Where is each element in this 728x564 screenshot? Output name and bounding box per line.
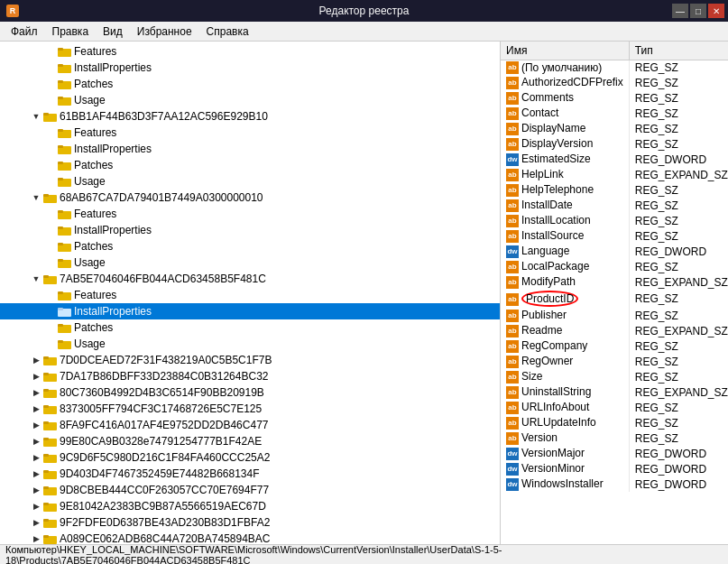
expand-icon[interactable]: ▶ — [29, 433, 43, 449]
tree-item[interactable]: ▶ 9D8CBEB444CC0F263057CC70E7694F77 — [0, 482, 500, 498]
table-row[interactable]: abSizeREG_SZ — [501, 369, 728, 384]
tree-item[interactable]: ▶ 9D403D4F7467352459E74482B668134F — [0, 466, 500, 482]
menu-edit[interactable]: Правка — [45, 23, 97, 40]
tree-item[interactable]: Patches — [0, 76, 500, 92]
tree-item[interactable]: Patches — [0, 319, 500, 336]
tree-item[interactable]: ▶ 9E81042A2383BC9B87A5566519AEC67D — [0, 498, 500, 514]
expand-icon[interactable]: ▶ — [29, 401, 43, 417]
expand-icon[interactable] — [43, 303, 58, 319]
tree-item[interactable]: Usage — [0, 336, 500, 352]
tree-item[interactable]: InstallProperties — [0, 141, 500, 157]
table-row[interactable]: abHelpLinkREG_EXPAND_SZ — [501, 167, 728, 182]
table-row[interactable]: dwVersionMinorREG_DWORD — [501, 461, 728, 476]
expand-icon[interactable] — [43, 319, 58, 336]
table-row[interactable]: dwVersionMajorREG_DWORD — [501, 446, 728, 461]
table-row[interactable]: dwLanguageREG_DWORD — [501, 244, 728, 259]
expand-icon[interactable]: ▼ — [29, 108, 43, 125]
menu-view[interactable]: Вид — [96, 23, 130, 40]
table-row[interactable]: abModifyPathREG_EXPAND_SZ — [501, 274, 728, 290]
table-row[interactable]: abDisplayVersionREG_SZ — [501, 136, 728, 152]
table-row[interactable]: abVersionREG_SZ — [501, 430, 728, 446]
tree-item[interactable]: ▼ 61BB1AF44B63D3F7AA12AC596E929B10 — [0, 108, 500, 125]
expand-icon[interactable]: ▼ — [29, 271, 43, 287]
expand-icon[interactable]: ▶ — [29, 352, 43, 368]
table-row[interactable]: abInstallSourceREG_SZ — [501, 228, 728, 244]
table-row[interactable]: dwEstimatedSizeREG_DWORD — [501, 152, 728, 167]
tree-item[interactable]: InstallProperties — [0, 303, 500, 319]
tree-item[interactable]: InstallProperties — [0, 222, 500, 238]
expand-icon[interactable]: ▶ — [29, 531, 43, 544]
tree-item[interactable]: ▶ 8FA9FC416A017AF4E9752DD2DB46C477 — [0, 417, 500, 433]
expand-icon[interactable] — [43, 206, 58, 222]
table-row[interactable]: abHelpTelephoneREG_SZ — [501, 182, 728, 198]
tree-item[interactable]: ▶ 7DA17B86DBFF33D23884C0B31264BC32 — [0, 368, 500, 384]
tree-item[interactable]: ▶ 9F2FDFE0D6387BE43AD230B83D1FBFA2 — [0, 514, 500, 531]
expand-icon[interactable] — [43, 287, 58, 303]
expand-icon[interactable]: ▶ — [29, 368, 43, 384]
expand-icon[interactable] — [43, 76, 58, 92]
tree-item[interactable]: InstallProperties — [0, 60, 500, 76]
table-row[interactable]: dwWindowsInstallerREG_DWORD — [501, 476, 728, 492]
table-row[interactable]: abURLInfoAboutREG_SZ — [501, 400, 728, 415]
tree-item[interactable]: ▶ 8373005FF794CF3C17468726E5C7E125 — [0, 401, 500, 417]
tree-item[interactable]: ▶ 80C7360B4992D4B3C6514F90BB20919B — [0, 384, 500, 401]
tree-item[interactable]: ▶ 9C9D6F5C980D216C1F84FA460CCC25A2 — [0, 449, 500, 466]
table-row[interactable]: abURLUpdateInfoREG_SZ — [501, 415, 728, 430]
tree-item[interactable]: Features — [0, 125, 500, 141]
expand-icon[interactable] — [43, 141, 58, 157]
expand-icon[interactable] — [43, 125, 58, 141]
expand-icon[interactable]: ▶ — [29, 466, 43, 482]
tree-item[interactable]: ▶ A089CE062ADB68C44A720BA745894BAC — [0, 531, 500, 544]
expand-icon[interactable] — [43, 92, 58, 108]
registry-tree-panel[interactable]: Features InstallProperties Patches Usage… — [0, 42, 501, 544]
table-row[interactable]: abUninstallStringREG_EXPAND_SZ — [501, 384, 728, 400]
table-row[interactable]: abLocalPackageREG_SZ — [501, 259, 728, 274]
expand-icon[interactable]: ▶ — [29, 498, 43, 514]
expand-icon[interactable] — [43, 238, 58, 254]
menu-favorites[interactable]: Избранное — [130, 23, 199, 40]
table-row[interactable]: abRegOwnerREG_SZ — [501, 354, 728, 369]
tree-item[interactable]: Usage — [0, 173, 500, 190]
expand-icon[interactable]: ▶ — [29, 449, 43, 466]
tree-item[interactable]: Features — [0, 287, 500, 303]
expand-icon[interactable] — [43, 43, 58, 60]
table-row[interactable]: abProductIDREG_SZ — [501, 290, 728, 308]
tree-item[interactable]: Usage — [0, 254, 500, 271]
expand-icon[interactable] — [43, 173, 58, 190]
expand-icon[interactable]: ▼ — [29, 190, 43, 206]
maximize-button[interactable]: □ — [690, 4, 706, 18]
expand-icon[interactable] — [43, 336, 58, 352]
table-row[interactable]: ab(По умолчанию)REG_SZ — [501, 60, 728, 75]
table-row[interactable]: abContactREG_SZ — [501, 106, 728, 121]
table-row[interactable]: abInstallDateREG_SZ — [501, 198, 728, 213]
menu-file[interactable]: Файл — [4, 23, 45, 40]
expand-icon[interactable] — [43, 254, 58, 271]
tree-item[interactable]: ▶ 7D0DCEAED72F31F438219A0C5B5C1F7B — [0, 352, 500, 368]
tree-item[interactable]: Features — [0, 43, 500, 60]
table-row[interactable]: abDisplayNameREG_SZ — [501, 121, 728, 136]
table-row[interactable]: abReadmeREG_EXPAND_SZ — [501, 323, 728, 338]
expand-icon[interactable] — [43, 60, 58, 76]
tree-item[interactable]: Patches — [0, 157, 500, 173]
expand-icon[interactable] — [43, 157, 58, 173]
minimize-button[interactable]: — — [672, 4, 688, 18]
expand-icon[interactable]: ▶ — [29, 417, 43, 433]
expand-icon[interactable]: ▶ — [29, 384, 43, 401]
table-row[interactable]: abPublisherREG_SZ — [501, 308, 728, 323]
expand-icon[interactable]: ▶ — [29, 482, 43, 498]
tree-item[interactable]: Features — [0, 206, 500, 222]
expand-icon[interactable] — [43, 222, 58, 238]
table-row[interactable]: abInstallLocationREG_SZ — [501, 213, 728, 228]
menu-help[interactable]: Справка — [199, 23, 256, 40]
table-row[interactable]: abCommentsREG_SZ — [501, 90, 728, 106]
expand-icon[interactable]: ▶ — [29, 514, 43, 531]
tree-item[interactable]: Patches — [0, 238, 500, 254]
tree-item[interactable]: ▼ 7AB5E7046046FB044ACD63458B5F481C — [0, 271, 500, 287]
tree-item[interactable]: ▼ 68AB67CA7DA79401B7449A0300000010 — [0, 190, 500, 206]
tree-item[interactable]: ▶ 99E80CA9B0328e74791254777B1F42AE — [0, 433, 500, 449]
table-row[interactable]: abAuthorizedCDFPrefixREG_SZ — [501, 75, 728, 90]
tree-item[interactable]: Usage — [0, 92, 500, 108]
close-button[interactable]: ✕ — [708, 4, 724, 18]
registry-values-panel[interactable]: Имя Тип ab(По умолчанию)REG_SZabAuthoriz… — [501, 42, 728, 544]
table-row[interactable]: abRegCompanyREG_SZ — [501, 338, 728, 354]
